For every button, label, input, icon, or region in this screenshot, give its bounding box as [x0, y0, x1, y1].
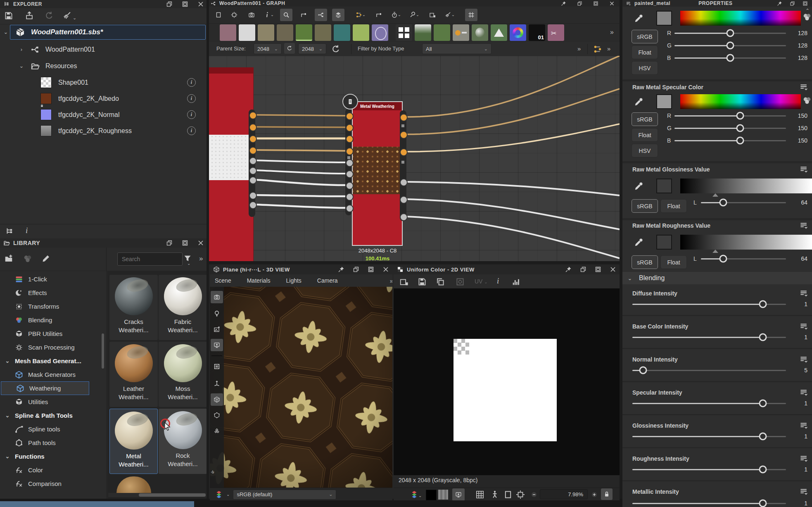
node-palette-normal[interactable] — [472, 24, 488, 41]
library-group-spline-path[interactable]: ⌄Spline & Path Tools — [0, 409, 109, 422]
background-gray-swatch[interactable] — [438, 490, 448, 500]
node-document-badge[interactable] — [342, 94, 358, 109]
parent-size-width-dropdown[interactable]: 2048⌄ — [254, 43, 282, 54]
float-window-icon[interactable] — [166, 240, 173, 246]
node-palette-warp[interactable] — [353, 24, 369, 41]
close-icon[interactable] — [610, 266, 616, 273]
node-palette-histogram[interactable] — [491, 24, 507, 41]
node-palette-text[interactable] — [239, 24, 255, 41]
size-link-button[interactable] — [284, 43, 295, 54]
info-view-button[interactable]: i — [26, 226, 28, 235]
actual-size-button[interactable] — [228, 9, 240, 21]
library-category-spline-tools[interactable]: Spline tools — [0, 422, 120, 436]
float-button[interactable]: Float — [660, 255, 687, 269]
library-item-moss[interactable]: MossWeatheri... — [159, 342, 207, 407]
input-connector[interactable] — [346, 112, 354, 120]
layers-button[interactable] — [332, 9, 344, 21]
eyedropper-icon[interactable] — [634, 238, 643, 247]
tree-item-resource[interactable]: Shape001 i — [0, 74, 207, 90]
slider-menu-icon[interactable] — [799, 487, 808, 496]
eyedropper-icon[interactable] — [634, 14, 643, 23]
menu-scene[interactable]: Scene — [215, 277, 231, 284]
menu-more-icon[interactable]: » — [390, 278, 392, 284]
output-connector[interactable] — [249, 192, 257, 200]
thumbnail-scrollbar[interactable] — [108, 493, 207, 497]
mesh-button[interactable] — [211, 409, 223, 421]
pin-icon[interactable] — [561, 1, 566, 6]
output-connector[interactable] — [249, 112, 257, 119]
timings-button[interactable]: ⌄ — [390, 9, 402, 21]
resize-link-button[interactable] — [297, 9, 310, 21]
library-category-mask-generators[interactable]: Mask Generators — [0, 368, 120, 381]
srgb-button[interactable]: sRGB — [632, 199, 658, 213]
output-connector[interactable] — [249, 157, 257, 165]
info-icon[interactable]: i — [187, 126, 196, 135]
node-palette-directional-warp[interactable] — [277, 24, 293, 41]
diffuse-intensity-slider[interactable]: 1 — [632, 301, 807, 307]
float-button[interactable]: Float — [632, 45, 658, 59]
output-connector[interactable] — [249, 135, 257, 143]
collapse-icon[interactable]: ⌄ — [4, 453, 11, 459]
input-connector-square[interactable] — [347, 156, 350, 159]
base-color-gradient-bar[interactable] — [680, 11, 801, 26]
tree-item-resources[interactable]: ⌄ Resources — [0, 58, 207, 74]
library-item-cracks[interactable]: CracksWeatheri... — [109, 275, 158, 340]
base-color-swatch[interactable] — [656, 11, 672, 26]
tree-item-resource[interactable]: tfgcddyc_2K_Roughness i — [0, 123, 207, 139]
glossiness-ramp[interactable] — [680, 179, 812, 193]
category-scrollbar[interactable] — [102, 333, 104, 369]
more-icon[interactable]: » — [199, 255, 203, 262]
clean-graph-button[interactable]: ⌄ — [444, 9, 456, 21]
row-more-icon[interactable]: » — [577, 45, 581, 52]
node-palette-distance[interactable] — [334, 24, 350, 41]
luminance-slider[interactable]: L64 — [693, 255, 807, 262]
node-palette-blur[interactable] — [258, 24, 274, 41]
save-button[interactable] — [4, 11, 13, 20]
display-mode-button[interactable] — [452, 488, 465, 500]
section-menu-icon[interactable] — [799, 83, 808, 92]
snap-grid-button[interactable] — [465, 9, 477, 21]
camera-tool-button[interactable] — [211, 291, 223, 303]
maximize-icon[interactable] — [368, 266, 374, 273]
slider-menu-icon[interactable] — [799, 454, 808, 463]
actual-pixels-button[interactable] — [516, 490, 525, 499]
specular-gradient-bar[interactable] — [680, 94, 801, 109]
output-connector[interactable] — [249, 201, 257, 209]
connector-style-button[interactable] — [373, 9, 385, 21]
lock-zoom-button[interactable] — [601, 488, 613, 500]
colorspace-dropdown[interactable]: sRGB (default)⌄ — [233, 490, 336, 500]
output-connector[interactable] — [400, 213, 408, 221]
pin-icon[interactable] — [777, 1, 782, 6]
geometry-button[interactable] — [211, 393, 223, 406]
new-folder-button[interactable] — [4, 254, 13, 263]
output-connector[interactable] — [249, 124, 257, 131]
input-connector[interactable] — [346, 205, 354, 212]
uv-mode-dropdown[interactable]: UV ⌄ — [475, 278, 488, 285]
tiling-button[interactable] — [475, 490, 484, 499]
clean-button[interactable] — [63, 11, 72, 20]
library-category-effects[interactable]: Effects — [0, 286, 120, 300]
menu-materials[interactable]: Materials — [247, 277, 271, 284]
library-item-metal-selected[interactable]: MetalWeatheri... — [109, 409, 158, 474]
light-tool-button[interactable] — [211, 307, 223, 320]
red-slider[interactable]: R128 — [667, 30, 807, 36]
package-collapse-icon[interactable]: ⌄ — [2, 29, 9, 35]
node-palette-value[interactable]: 01 — [529, 24, 545, 41]
glossiness-swatch[interactable] — [656, 179, 672, 193]
roughness-swatch[interactable] — [656, 235, 672, 250]
close-icon[interactable] — [382, 266, 389, 273]
environment-tool-button[interactable] — [211, 323, 223, 336]
eyedropper-icon[interactable] — [634, 182, 643, 191]
library-item-leather[interactable]: LeatherWeatheri... — [109, 342, 158, 407]
graph-canvas[interactable]: Metal Weathering — [207, 56, 620, 261]
float-window-icon[interactable] — [580, 266, 586, 273]
input-connector[interactable] — [346, 159, 354, 167]
float-window-icon[interactable] — [166, 1, 173, 7]
zoom-out-icon[interactable] — [531, 491, 537, 498]
color-swatches-icon[interactable] — [803, 12, 812, 21]
info-icon[interactable]: i — [187, 78, 196, 87]
new-view-button[interactable] — [399, 277, 408, 286]
edit-button[interactable] — [41, 254, 50, 263]
maximize-icon[interactable] — [595, 266, 601, 273]
float-window-icon[interactable] — [353, 266, 359, 273]
